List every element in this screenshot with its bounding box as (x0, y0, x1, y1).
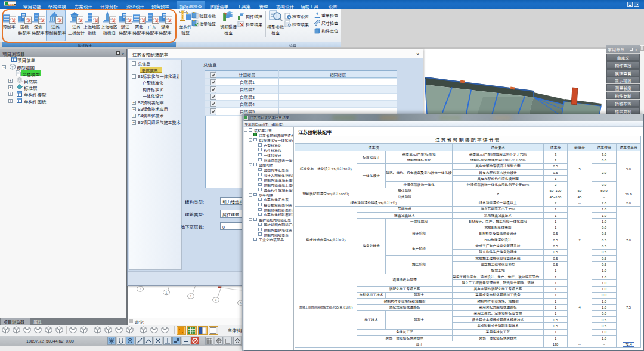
svg-text:3: 3 (215, 297, 217, 302)
svg-text:1: 1 (166, 290, 168, 294)
svg-text:1: 1 (190, 294, 192, 298)
svg-text:2: 2 (140, 287, 141, 291)
